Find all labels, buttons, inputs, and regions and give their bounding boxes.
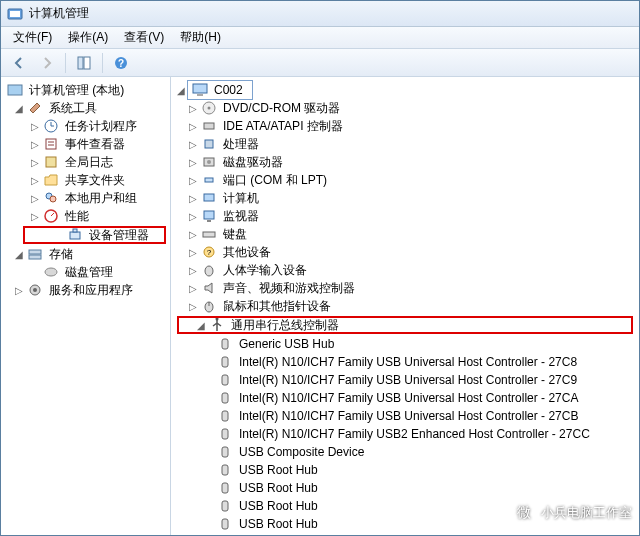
expand-icon[interactable]: ▷ <box>29 120 41 132</box>
expand-icon[interactable]: ▷ <box>29 192 41 204</box>
usb-device-composite[interactable]: USB Composite Device <box>171 443 639 461</box>
usb-device-ich7_c[interactable]: Intel(R) N10/ICH7 Family USB Universal H… <box>171 389 639 407</box>
expand-icon[interactable]: ▷ <box>29 156 41 168</box>
collapse-icon[interactable]: ◢ <box>195 319 207 331</box>
tree-root[interactable]: 计算机管理 (本地) <box>1 81 170 99</box>
usb-device-root_hub_1[interactable]: USB Root Hub <box>171 461 639 479</box>
menu-action[interactable]: 操作(A) <box>60 27 116 48</box>
expand-icon[interactable]: ▷ <box>187 120 199 132</box>
collapse-icon[interactable]: ◢ <box>13 248 25 260</box>
expand-icon[interactable]: ▷ <box>187 210 199 222</box>
category-hid[interactable]: ▷人体学输入设备 <box>171 261 639 279</box>
tree-performance[interactable]: ▷ 性能 <box>1 207 170 225</box>
category-ports[interactable]: ▷端口 (COM 和 LPT) <box>171 171 639 189</box>
menu-help[interactable]: 帮助(H) <box>172 27 229 48</box>
tree-services[interactable]: ▷ 服务和应用程序 <box>1 281 170 299</box>
usb-device-root_hub_5[interactable]: USB Root Hub <box>171 533 639 535</box>
tree-label: Intel(R) N10/ICH7 Family USB Universal H… <box>236 372 580 388</box>
usb-device-icon <box>217 336 233 352</box>
usb-device-generic_hub[interactable]: Generic USB Hub <box>171 335 639 353</box>
expand-icon[interactable]: ▷ <box>187 300 199 312</box>
category-monitor[interactable]: ▷监视器 <box>171 207 639 225</box>
usb-device-ich7_a[interactable]: Intel(R) N10/ICH7 Family USB Universal H… <box>171 353 639 371</box>
usb-device-icon <box>217 408 233 424</box>
svg-rect-3 <box>84 57 90 69</box>
tree-label: Intel(R) N10/ICH7 Family USB Universal H… <box>236 390 581 406</box>
ports-icon <box>201 172 217 188</box>
svg-rect-47 <box>222 483 228 493</box>
svg-rect-40 <box>222 357 228 367</box>
expand-icon[interactable]: ▷ <box>29 210 41 222</box>
tree-label: 系统工具 <box>46 99 100 118</box>
svg-rect-24 <box>204 123 214 129</box>
category-other[interactable]: ▷?其他设备 <box>171 243 639 261</box>
category-keyboard[interactable]: ▷键盘 <box>171 225 639 243</box>
category-sound[interactable]: ▷声音、视频和游戏控制器 <box>171 279 639 297</box>
category-disk[interactable]: ▷磁盘驱动器 <box>171 153 639 171</box>
other-icon: ? <box>201 244 217 260</box>
category-mouse[interactable]: ▷鼠标和其他指针设备 <box>171 297 639 315</box>
back-button[interactable] <box>7 51 31 75</box>
expand-icon[interactable]: ▷ <box>187 264 199 276</box>
menu-file[interactable]: 文件(F) <box>5 27 60 48</box>
usb-device-ich7_e[interactable]: Intel(R) N10/ICH7 Family USB2 Enhanced H… <box>171 425 639 443</box>
device-root[interactable]: ◢ C002 <box>171 81 639 99</box>
category-cpu[interactable]: ▷处理器 <box>171 135 639 153</box>
expand-icon[interactable]: ▷ <box>187 156 199 168</box>
usb-device-ich7_d[interactable]: Intel(R) N10/ICH7 Family USB Universal H… <box>171 407 639 425</box>
category-usb[interactable]: ◢ 通用串行总线控制器 <box>177 316 633 334</box>
tree-label: 本地用户和组 <box>62 189 140 208</box>
tree-label: 处理器 <box>220 135 262 154</box>
collapse-icon[interactable]: ◢ <box>175 84 187 96</box>
svg-point-11 <box>50 196 56 202</box>
expand-icon[interactable]: ▷ <box>29 138 41 150</box>
tree-storage[interactable]: ◢ 存储 <box>1 245 170 263</box>
svg-rect-14 <box>73 229 77 232</box>
tree-event-viewer[interactable]: ▷ 事件查看器 <box>1 135 170 153</box>
expand-icon[interactable]: ▷ <box>187 138 199 150</box>
disk-icon <box>43 264 59 280</box>
category-computer[interactable]: ▷计算机 <box>171 189 639 207</box>
tree-label: 鼠标和其他指针设备 <box>220 297 334 316</box>
tree-security-log[interactable]: ▷ 全局日志 <box>1 153 170 171</box>
expand-icon[interactable]: ▷ <box>187 246 199 258</box>
menu-bar: 文件(F) 操作(A) 查看(V) 帮助(H) <box>1 27 639 49</box>
tree-system-tools[interactable]: ◢ 系统工具 <box>1 99 170 117</box>
tree-device-manager[interactable]: 设备管理器 <box>23 226 166 244</box>
expand-icon[interactable]: ▷ <box>187 192 199 204</box>
expand-icon[interactable]: ▷ <box>13 284 25 296</box>
help-button[interactable]: ? <box>109 51 133 75</box>
tree-label: 键盘 <box>220 225 250 244</box>
expand-icon[interactable]: ▷ <box>187 282 199 294</box>
tree-task-scheduler[interactable]: ▷ 任务计划程序 <box>1 117 170 135</box>
tree-label: USB Root Hub <box>236 516 321 532</box>
usb-device-ich7_b[interactable]: Intel(R) N10/ICH7 Family USB Universal H… <box>171 371 639 389</box>
tree-disk-mgmt[interactable]: 磁盘管理 <box>1 263 170 281</box>
expand-icon[interactable]: ▷ <box>187 102 199 114</box>
expand-icon[interactable]: ▷ <box>187 228 199 240</box>
wrench-icon <box>27 100 43 116</box>
usb-device-icon <box>217 498 233 514</box>
collapse-icon[interactable]: ◢ <box>13 102 25 114</box>
app-icon <box>7 6 23 22</box>
tree-label: USB Root Hub <box>236 534 321 535</box>
svg-rect-25 <box>205 140 213 148</box>
tree-label: 计算机 <box>220 189 262 208</box>
tree-shared-folders[interactable]: ▷ 共享文件夹 <box>1 171 170 189</box>
menu-view[interactable]: 查看(V) <box>116 27 172 48</box>
tree-label: USB Root Hub <box>236 462 321 478</box>
tree-local-users[interactable]: ▷ 本地用户和组 <box>1 189 170 207</box>
expand-icon[interactable]: ▷ <box>29 174 41 186</box>
category-dvd[interactable]: ▷DVD/CD-ROM 驱动器 <box>171 99 639 117</box>
usb-device-root_hub_2[interactable]: USB Root Hub <box>171 479 639 497</box>
tree-label: C002 <box>211 82 246 98</box>
show-hide-tree-button[interactable] <box>72 51 96 75</box>
expand-icon[interactable]: ▷ <box>187 174 199 186</box>
svg-rect-32 <box>203 232 215 237</box>
forward-button[interactable] <box>35 51 59 75</box>
svg-rect-13 <box>70 232 80 239</box>
category-ide[interactable]: ▷IDE ATA/ATAPI 控制器 <box>171 117 639 135</box>
tree-label: 端口 (COM 和 LPT) <box>220 171 330 190</box>
users-icon <box>43 190 59 206</box>
window-frame: 计算机管理 文件(F) 操作(A) 查看(V) 帮助(H) ? 计算机管理 (本… <box>0 0 640 536</box>
